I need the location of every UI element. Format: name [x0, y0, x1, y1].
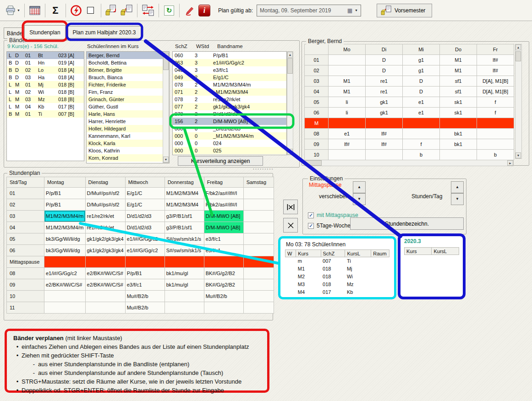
timetable-cell[interactable]: re1: [366, 76, 403, 87]
timetable-cell[interactable]: g3/P/B1/sf1: [165, 222, 204, 233]
scroll-down-button[interactable]: ▼: [163, 157, 169, 163]
timetable-cell[interactable]: g1: [403, 65, 440, 76]
print-button[interactable]: ▼: [4, 3, 22, 18]
student-row-clipped[interactable]: Machler, Margaret: [87, 162, 169, 163]
calendar-view-button[interactable]: [27, 3, 42, 18]
timetable-cell[interactable]: f: [403, 139, 440, 150]
refresh-button[interactable]: ↻: [162, 3, 176, 18]
scrollbar-thumb[interactable]: [516, 51, 521, 61]
timetable-cell[interactable]: lf#: [366, 139, 403, 150]
band-row[interactable]: LD01Bt023 [A]: [7, 52, 84, 59]
timetable-cell[interactable]: [440, 150, 477, 160]
band-row[interactable]: BD02Lo018 [A]: [7, 66, 84, 74]
band-table-row[interactable]: 1562D/M-MWO [AB]: [173, 118, 286, 125]
timetable-cell[interactable]: f: [477, 97, 514, 108]
timetable-cell[interactable]: D[A], M1[B]: [477, 76, 514, 87]
timetable-cell[interactable]: M1: [329, 87, 366, 97]
student-row[interactable]: Grinach, Günter: [87, 96, 169, 103]
timetable-cell[interactable]: lf#: [477, 65, 514, 76]
delete-button[interactable]: [283, 218, 298, 233]
timetable-cell[interactable]: [243, 211, 274, 222]
timetable-cell[interactable]: e1/i#/G/Gg/c2: [125, 245, 165, 256]
timetable-cell[interactable]: D: [403, 87, 440, 97]
timetable-cell[interactable]: re1: [366, 87, 403, 97]
edit-button[interactable]: [182, 3, 197, 18]
timetable-cell[interactable]: li: [329, 97, 366, 108]
timetable-cell[interactable]: gk1: [366, 108, 403, 118]
scrollbar-thumb[interactable]: [305, 160, 322, 166]
timetable-cell[interactable]: b: [403, 150, 440, 160]
student-row[interactable]: Klock, Karla: [87, 140, 169, 147]
kurs-row[interactable]: M3018Mz: [285, 281, 389, 288]
timetable-cell[interactable]: [243, 279, 274, 291]
info-button[interactable]: i: [197, 3, 212, 18]
checkbox-checked[interactable]: ✓: [308, 212, 314, 218]
unplan-all-button[interactable]: [283, 200, 298, 214]
band-table-row[interactable]: 0000_M1/M2/M3/M4/m: [173, 132, 286, 140]
timetable-cell[interactable]: D/d1/d2/d3: [125, 211, 165, 222]
scrollbar-thumb[interactable]: [163, 53, 169, 70]
timetable-cell[interactable]: M1: [440, 65, 477, 76]
timetable-cell[interactable]: gk1/gk2/gk3/gk4: [85, 233, 125, 245]
timetable-cell[interactable]: BK#/G/g2/B2: [204, 268, 243, 279]
student-row[interactable]: Kloos, Kathrin: [87, 147, 169, 154]
timetable-cell[interactable]: [165, 256, 204, 268]
timetable-cell[interactable]: [403, 129, 440, 139]
timetable-cell[interactable]: S#/sw/sm/sk1/s: [165, 245, 204, 256]
timetable-cell[interactable]: M1/M2/M3/M4: [165, 188, 204, 199]
timetable-cell[interactable]: bk1: [440, 139, 477, 150]
timetable-cell[interactable]: D: [366, 65, 403, 76]
conflict-check-button[interactable]: [69, 3, 83, 18]
timetable-cell[interactable]: [329, 150, 366, 160]
student-grid-vscrollbar[interactable]: ▲ ▼: [515, 44, 522, 159]
scroll-up-button[interactable]: ▲: [287, 52, 293, 58]
timetable-cell[interactable]: [366, 118, 403, 129]
band-table-row[interactable]: 0712_M1/M2/M3/M4: [173, 88, 286, 96]
timetable-cell[interactable]: [243, 291, 274, 302]
timetable-cell[interactable]: e3/f/c1: [204, 245, 243, 256]
timetable-cell[interactable]: e3/f/c1: [125, 279, 165, 291]
band-row[interactable]: BD01Hn019 [A]: [7, 59, 84, 66]
timetable-cell[interactable]: [477, 118, 514, 129]
timetable-cell[interactable]: [204, 302, 243, 314]
timetable-cell[interactable]: re1/re2/rk/et: [85, 211, 125, 222]
timetable-cell[interactable]: F/bk2/as#/if#/l: [204, 188, 243, 199]
band-table-row[interactable]: 0782D/d1/d2/d3: [173, 110, 286, 118]
student-row[interactable]: Bocholdt, Bettina: [87, 59, 169, 66]
timetable-cell[interactable]: e1/i#/G/Gg/c2: [125, 233, 165, 245]
timetable-cell[interactable]: D[A], M1[B]: [477, 87, 514, 97]
chevron-down-icon[interactable]: ▼: [355, 9, 358, 12]
scroll-up-button[interactable]: ▲: [516, 44, 521, 50]
splitter-handle[interactable]: .........: [253, 165, 274, 170]
timetable-cell[interactable]: bk1/mu/gl: [165, 279, 204, 291]
kurs-row[interactable]: M1018Mj: [285, 265, 389, 273]
student-row[interactable]: Korn, Konrad: [87, 154, 169, 162]
checkbox-checked[interactable]: ✓: [308, 223, 314, 229]
timetable-cell[interactable]: Mu#/B2/b: [125, 291, 165, 302]
timetable-cell[interactable]: D/M-MWO [AB]: [204, 222, 243, 233]
timetable-cell[interactable]: [243, 256, 274, 268]
kurs-row[interactable]: m007Ti: [285, 257, 389, 265]
timetable-cell[interactable]: M1: [329, 76, 366, 87]
student-row[interactable]: Fichter, Friderike: [87, 81, 169, 88]
timetable-cell[interactable]: E/g1/C: [125, 199, 165, 211]
stundenbezeichn-button[interactable]: Stundenbezeichn.: [350, 217, 464, 230]
timetable-cell[interactable]: [243, 245, 274, 256]
band-row[interactable]: BD03Ha018 [A]: [7, 74, 84, 81]
timetable-cell[interactable]: D/M-MWO [AB]: [204, 211, 243, 222]
timetable-cell[interactable]: re1/re2/rk/et: [85, 222, 125, 233]
timetable-cell[interactable]: Mu#/B2/b: [125, 302, 165, 314]
timetable-cell[interactable]: [85, 256, 125, 268]
scrollbar-thumb[interactable]: [287, 58, 293, 74]
timetable-cell[interactable]: [243, 233, 274, 245]
timetable-cell[interactable]: P/p/B1: [44, 188, 86, 199]
band-table-row[interactable]: 0782re1/re2/rk/et: [173, 96, 286, 103]
timetable-cell[interactable]: b: [477, 150, 514, 160]
band-table-row[interactable]: 0000025: [173, 147, 286, 154]
timetable-cell[interactable]: [477, 139, 514, 150]
timetable-cell[interactable]: f: [477, 108, 514, 118]
timetable-cell[interactable]: lf#: [329, 139, 366, 150]
timetable-cell[interactable]: sf1: [440, 87, 477, 97]
timetable-cell[interactable]: lf#: [477, 55, 514, 65]
timetable-cell[interactable]: [85, 302, 125, 314]
